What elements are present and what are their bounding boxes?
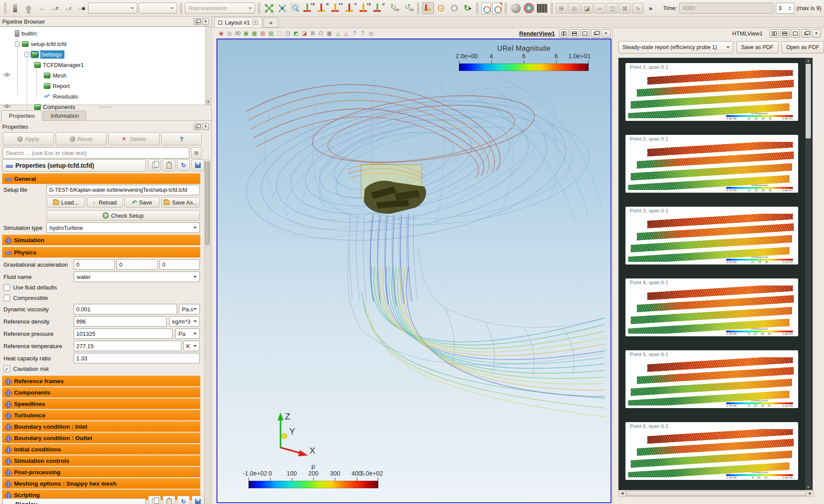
rotate-90cw-icon[interactable]: ↻+90 bbox=[387, 2, 400, 14]
section-post-processing[interactable]: Post-processing bbox=[2, 467, 200, 477]
gravity-x-input[interactable] bbox=[74, 259, 115, 270]
toolbar-grip[interactable] bbox=[4, 3, 7, 14]
scroll-down-arrow-icon[interactable]: ▼ bbox=[805, 484, 811, 490]
scrollbar-thumb[interactable] bbox=[626, 491, 806, 496]
mode-3d-label[interactable]: 3D bbox=[234, 30, 242, 37]
report-card-point-2[interactable]: Point 2, span 0.1 UrelMagnitude 3.7e+001… bbox=[625, 135, 798, 193]
show-orientation-axes-icon[interactable] bbox=[422, 2, 434, 14]
spin-arrows-icon[interactable]: ▲▼ bbox=[788, 6, 791, 11]
section-bc-outlet[interactable]: Boundary condition : Outlet bbox=[2, 433, 200, 443]
simulation-type-combo[interactable]: hydroTurbine bbox=[46, 222, 200, 233]
gravity-y-input[interactable] bbox=[117, 259, 158, 270]
report-select[interactable]: Steady-state report (efficiency probe 1) bbox=[618, 41, 733, 53]
fluid-name-combo[interactable]: water bbox=[74, 271, 200, 282]
clip-filter-icon[interactable]: ◪ bbox=[581, 3, 593, 14]
select-cells-rect-icon[interactable]: ⬚ bbox=[276, 30, 283, 37]
section-simulation-controls[interactable]: Simulation controls bbox=[2, 455, 200, 466]
shrink-selection-icon[interactable]: △ bbox=[342, 30, 350, 37]
close-view-button[interactable]: × bbox=[812, 29, 821, 38]
report-card-point-6[interactable]: Point 6, span 0.1 UrelMagnitude 2.7e+005… bbox=[625, 422, 798, 480]
query-help-icon[interactable]: ? bbox=[351, 30, 358, 37]
paste-properties-button[interactable] bbox=[163, 159, 175, 171]
help-button[interactable]: ? bbox=[161, 132, 202, 145]
ruler-icon[interactable]: ▤ bbox=[259, 30, 266, 37]
report-horizontal-scrollbar[interactable]: ◀ ▶ bbox=[618, 490, 814, 497]
toolbar-grip[interactable] bbox=[551, 3, 553, 14]
reload-button[interactable]: ◐Reload bbox=[87, 197, 123, 208]
camera-minus-x-icon[interactable]: -X bbox=[316, 2, 329, 14]
reload-display-button[interactable]: ↻ bbox=[177, 496, 190, 504]
color-wheel-icon[interactable] bbox=[523, 2, 535, 14]
properties-group-header[interactable]: Properties (setup-tcfd.tcfd) bbox=[2, 159, 146, 172]
scroll-right-arrow-icon[interactable]: ▶ bbox=[807, 490, 813, 497]
temperature-unit-combo[interactable]: K bbox=[183, 341, 200, 351]
scrollbar-thumb[interactable] bbox=[806, 64, 811, 138]
save-as-pdf-button[interactable]: Save as PDF bbox=[736, 41, 778, 53]
save-as-button[interactable]: Save As... bbox=[161, 197, 200, 208]
camera-plus-y-icon[interactable]: +Y bbox=[330, 2, 343, 14]
close-panel-button[interactable]: × bbox=[202, 123, 209, 130]
section-meshing-options[interactable]: Meshing options : Snappy hex mesh bbox=[2, 478, 200, 489]
report-card-point-5[interactable]: Point 5, span 0.1 UrelMagnitude 2.7e+005… bbox=[625, 350, 798, 408]
rotate-center-icon[interactable]: ↻▸ bbox=[462, 2, 473, 14]
threshold-filter-icon[interactable]: ◫ bbox=[607, 3, 618, 14]
save-display-button[interactable] bbox=[192, 496, 204, 504]
undock-view-button[interactable] bbox=[801, 29, 810, 38]
reset-camera-icon[interactable] bbox=[263, 2, 275, 14]
zoom-to-data-icon[interactable] bbox=[276, 2, 288, 14]
split-vertical-button[interactable] bbox=[780, 29, 789, 38]
colorbar-urel[interactable]: URel Magnitude 2.0e+00 4 6 8 1.0e+01 bbox=[459, 45, 589, 71]
pipeline-item-setup-tcfd[interactable]: −setup-tcfd.tcfd bbox=[15, 39, 67, 49]
pin2-icon[interactable]: ◎ bbox=[226, 30, 233, 37]
hover-points-icon[interactable]: ▩ bbox=[326, 30, 333, 37]
toolbar-overflow-chevron[interactable]: » bbox=[645, 2, 657, 14]
tab-layout-1[interactable]: Layout #1 × bbox=[214, 17, 262, 28]
section-reference-frames[interactable]: Reference frames bbox=[2, 376, 200, 386]
scroll-up-arrow-icon[interactable]: ▲ bbox=[805, 58, 811, 63]
user-icon[interactable] bbox=[22, 2, 34, 14]
save-button[interactable]: ↶Save bbox=[124, 197, 160, 208]
compressible-checkbox[interactable]: Compressible bbox=[4, 295, 48, 301]
undock-panel-button[interactable] bbox=[194, 18, 201, 25]
time-visible-icon[interactable]: ↔◉ bbox=[75, 2, 87, 14]
split-horizontal-button[interactable] bbox=[770, 29, 779, 38]
section-speedlines[interactable]: Speedlines bbox=[2, 398, 200, 409]
pressure-input[interactable] bbox=[74, 328, 173, 339]
representation-combo[interactable]: Representation bbox=[185, 3, 255, 14]
toolbar-grip[interactable] bbox=[258, 3, 260, 14]
collapse-expander-icon[interactable]: − bbox=[25, 52, 29, 57]
camera-minus-y-icon[interactable]: -Y bbox=[345, 2, 357, 14]
density-unit-combo[interactable]: kg/m^3 bbox=[169, 316, 200, 327]
sphere-source-icon[interactable] bbox=[510, 2, 522, 14]
paste-display-button[interactable] bbox=[163, 496, 175, 504]
pipeline-item-report[interactable]: Report bbox=[44, 81, 70, 91]
tab-information[interactable]: Information bbox=[43, 111, 86, 120]
viscosity-unit-combo[interactable]: Pa.s bbox=[179, 304, 200, 314]
close-tab-icon[interactable]: × bbox=[252, 20, 258, 25]
setup-file-input[interactable] bbox=[46, 185, 200, 195]
interactive-select-icon[interactable]: ⊠ bbox=[309, 30, 316, 37]
camera-plus-z-icon[interactable]: +Z bbox=[359, 2, 371, 14]
copy-display-button[interactable] bbox=[148, 496, 161, 504]
capture-screenshot-icon[interactable] bbox=[481, 3, 491, 14]
stream-tracer-icon[interactable]: ∿ bbox=[632, 3, 643, 14]
color-by-combo[interactable] bbox=[88, 3, 137, 14]
report-card-point-3[interactable]: Point 3, span 0.1 UrelMagnitude 3.2e+001… bbox=[625, 207, 798, 264]
pin-icon[interactable]: ◉ bbox=[217, 30, 225, 37]
section-physics[interactable]: Physics bbox=[2, 247, 200, 257]
close-view-button[interactable]: × bbox=[601, 29, 611, 38]
render-view-title[interactable]: RenderView1 bbox=[519, 30, 555, 37]
calculator-filter-icon[interactable]: ⊞ bbox=[556, 3, 567, 14]
report-card-point-4[interactable]: Point 4, span 0.1 UrelMagnitude 2.2e+005… bbox=[625, 278, 798, 336]
delete-button[interactable]: ✕Delete bbox=[108, 132, 160, 145]
frame-input[interactable] bbox=[776, 5, 788, 11]
viscosity-input[interactable] bbox=[74, 304, 177, 314]
scroll-down-arrow-icon[interactable]: ▼ bbox=[206, 99, 211, 105]
pick-center-icon[interactable] bbox=[448, 2, 460, 14]
section-simulation[interactable]: Simulation bbox=[2, 235, 200, 245]
copy-properties-button[interactable] bbox=[148, 159, 161, 171]
report-vertical-scrollbar[interactable]: ▲ ▼ bbox=[805, 58, 811, 490]
check-setup-button[interactable]: CCheck Setup bbox=[46, 210, 200, 221]
toolbar-grip[interactable] bbox=[417, 3, 419, 14]
legend-grid-icon[interactable]: ▧ bbox=[267, 30, 275, 37]
